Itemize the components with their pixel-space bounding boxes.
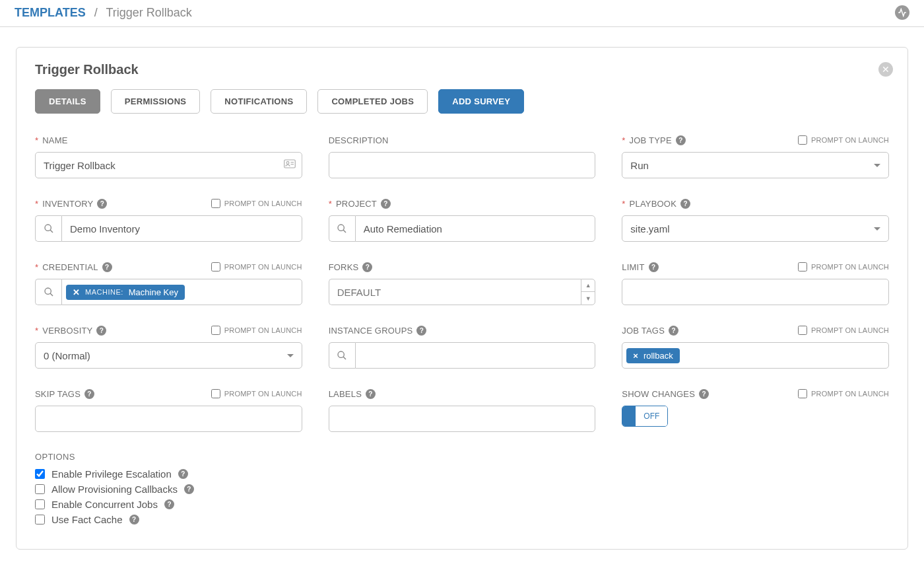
option-label: Allow Provisioning Callbacks (51, 484, 178, 495)
tab-details[interactable]: DETAILS (35, 89, 100, 114)
project-search-button[interactable] (329, 215, 355, 242)
help-icon[interactable]: ? (96, 326, 106, 336)
name-input[interactable] (35, 152, 302, 178)
field-verbosity: *VERBOSITY? PROMPT ON LAUNCH 0 (Normal) (35, 324, 302, 369)
label-description: DESCRIPTION (329, 135, 389, 145)
prompt-inventory-checkbox[interactable] (211, 199, 220, 208)
id-card-icon[interactable] (284, 159, 296, 171)
option-fact-cache-checkbox[interactable] (35, 515, 45, 524)
tab-notifications[interactable]: NOTIFICATIONS (211, 89, 307, 114)
topbar: TEMPLATES / Trigger Rollback (0, 0, 924, 27)
field-labels: LABELS? (329, 387, 596, 432)
help-icon[interactable]: ? (366, 389, 376, 399)
help-icon[interactable]: ? (84, 389, 94, 399)
credential-field[interactable]: ✕ MACHINE: Machine Key (61, 279, 302, 305)
prompt-show-changes-checkbox[interactable] (798, 389, 807, 398)
option-concurrent-jobs[interactable]: Enable Concurrent Jobs ? (35, 499, 889, 510)
skip-tags-field[interactable] (35, 406, 302, 432)
option-privilege-escalation[interactable]: Enable Privilege Escalation ? (35, 468, 889, 480)
chip-value: rollback (644, 351, 673, 361)
help-icon[interactable]: ? (129, 515, 139, 524)
forks-input[interactable] (329, 279, 581, 305)
label-inventory: INVENTORY (42, 199, 93, 209)
option-concurrent-checkbox[interactable] (35, 499, 45, 509)
prompt-limit-checkbox[interactable] (798, 262, 807, 271)
instance-groups-search-button[interactable] (329, 342, 355, 369)
help-icon[interactable]: ? (416, 326, 426, 336)
label-job-tags: JOB TAGS (622, 326, 665, 336)
help-icon[interactable]: ? (649, 262, 659, 272)
svg-line-9 (50, 293, 53, 296)
help-icon[interactable]: ? (680, 199, 690, 209)
chip-remove-icon[interactable]: × (633, 351, 638, 361)
options-section: OPTIONS Enable Privilege Escalation ? Al… (35, 452, 889, 525)
instance-groups-field[interactable] (355, 342, 596, 369)
job-tags-field[interactable]: × rollback (622, 342, 889, 369)
svg-point-1 (286, 162, 289, 164)
chip-value: Machine Key (129, 287, 178, 297)
help-icon[interactable]: ? (676, 135, 686, 145)
label-skip-tags: SKIP TAGS (35, 389, 81, 399)
option-privilege-checkbox[interactable] (35, 469, 45, 479)
label-show-changes: SHOW CHANGES (622, 389, 695, 399)
option-label: Use Fact Cache (51, 514, 123, 525)
option-provisioning-callbacks[interactable]: Allow Provisioning Callbacks ? (35, 484, 889, 495)
field-credential: *CREDENTIAL? PROMPT ON LAUNCH ✕ MACHINE:… (35, 260, 302, 305)
help-icon[interactable]: ? (178, 469, 188, 479)
label-labels: LABELS (329, 389, 362, 399)
chip-remove-icon[interactable]: ✕ (73, 287, 80, 297)
credential-search-button[interactable] (35, 279, 61, 305)
template-panel: ✕ Trigger Rollback DETAILS PERMISSIONS N… (16, 47, 908, 550)
verbosity-select[interactable]: 0 (Normal) (35, 342, 302, 369)
field-limit: LIMIT? PROMPT ON LAUNCH (622, 260, 889, 305)
svg-point-6 (338, 225, 344, 231)
label-playbook: PLAYBOOK (630, 199, 676, 209)
credential-chip[interactable]: ✕ MACHINE: Machine Key (66, 285, 185, 300)
description-input[interactable] (329, 152, 596, 178)
prompt-skip-tags-checkbox[interactable] (211, 389, 220, 398)
show-changes-toggle[interactable]: OFF (622, 406, 668, 427)
field-project: *PROJECT? Auto Remediation (329, 197, 596, 242)
forks-up-button[interactable]: ▲ (581, 279, 595, 292)
limit-input[interactable] (622, 279, 889, 305)
field-name: *NAME (35, 133, 302, 178)
help-icon[interactable]: ? (699, 389, 709, 399)
help-icon[interactable]: ? (97, 199, 107, 209)
tab-permissions[interactable]: PERMISSIONS (111, 89, 201, 114)
breadcrumb-current: Trigger Rollback (106, 6, 191, 19)
prompt-job-tags-checkbox[interactable] (798, 326, 807, 335)
help-icon[interactable]: ? (164, 499, 174, 509)
help-icon[interactable]: ? (669, 326, 678, 336)
prompt-verbosity-checkbox[interactable] (211, 326, 220, 335)
label-forks: FORKS (329, 262, 359, 272)
prompt-credential-checkbox[interactable] (211, 262, 220, 271)
close-icon[interactable]: ✕ (878, 62, 893, 77)
svg-line-5 (50, 230, 53, 233)
option-callbacks-checkbox[interactable] (35, 484, 45, 494)
label-name: NAME (42, 135, 67, 145)
prompt-label: PROMPT ON LAUNCH (811, 326, 889, 334)
project-field[interactable]: Auto Remediation (355, 215, 596, 242)
job-type-select[interactable]: Run (622, 152, 889, 178)
forks-down-button[interactable]: ▼ (581, 292, 595, 305)
svg-point-10 (338, 351, 344, 357)
help-icon[interactable]: ? (184, 484, 194, 494)
labels-field[interactable] (329, 406, 596, 432)
field-job-tags: JOB TAGS? PROMPT ON LAUNCH × rollback (622, 324, 889, 369)
activity-stream-icon[interactable] (895, 5, 909, 20)
form-grid: *NAME DESCRIPTION *JOB TYPE? PROMPT ON L… (35, 133, 889, 432)
tab-completed-jobs[interactable]: COMPLETED JOBS (317, 89, 428, 114)
prompt-job-type-checkbox[interactable] (798, 135, 807, 145)
label-limit: LIMIT (622, 262, 644, 272)
help-icon[interactable]: ? (381, 199, 391, 209)
playbook-select[interactable]: site.yaml (622, 215, 889, 242)
breadcrumb: TEMPLATES / Trigger Rollback (15, 6, 192, 20)
help-icon[interactable]: ? (102, 262, 112, 272)
inventory-search-button[interactable] (35, 215, 61, 242)
help-icon[interactable]: ? (362, 262, 372, 272)
option-fact-cache[interactable]: Use Fact Cache ? (35, 514, 889, 525)
tab-add-survey[interactable]: ADD SURVEY (438, 89, 524, 114)
job-tag-chip[interactable]: × rollback (626, 348, 679, 363)
breadcrumb-root-link[interactable]: TEMPLATES (15, 6, 86, 19)
inventory-field[interactable]: Demo Inventory (61, 215, 302, 242)
